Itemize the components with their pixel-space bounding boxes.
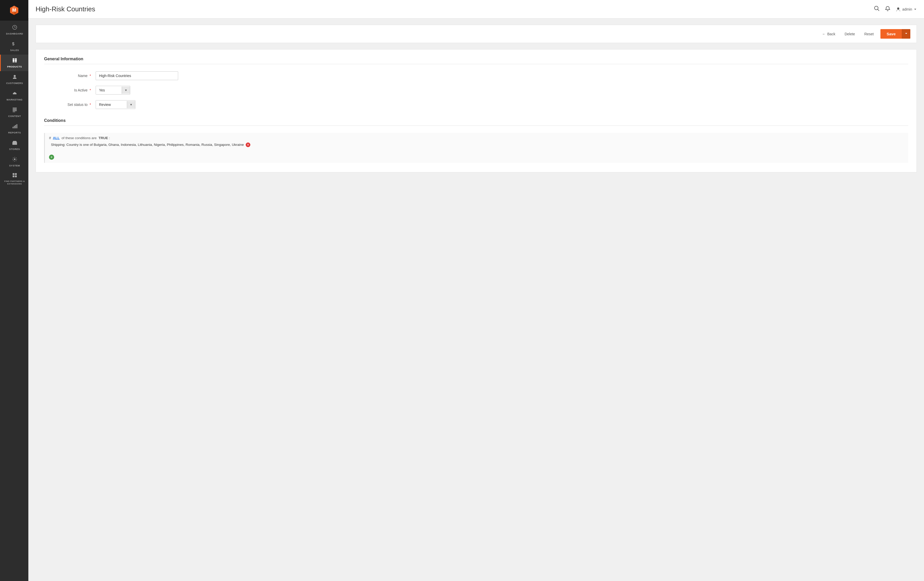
sidebar-item-system-label: SYSTEM — [9, 164, 20, 167]
sidebar-item-dashboard-label: DASHBOARD — [6, 32, 23, 35]
svg-rect-30 — [15, 176, 17, 177]
marketing-icon — [12, 91, 17, 97]
svg-point-33 — [897, 7, 899, 10]
content-icon — [12, 107, 17, 114]
save-dropdown-button[interactable] — [902, 29, 910, 39]
svg-rect-9 — [15, 59, 17, 61]
conditions-title: Conditions — [44, 118, 908, 123]
svg-rect-10 — [13, 61, 15, 63]
condition-rule: Shipping: Country is one of Bulgaria, Gh… — [49, 142, 904, 148]
main-content: High-Risk Countries admin — [28, 0, 924, 581]
admin-username: admin — [903, 7, 912, 12]
page-title: High-Risk Countries — [36, 5, 95, 13]
sidebar-item-sales[interactable]: $ SALES — [0, 38, 28, 54]
sidebar-item-reports[interactable]: REPORTS — [0, 120, 28, 137]
top-header: High-Risk Countries admin — [28, 0, 924, 18]
delete-button[interactable]: Delete — [842, 30, 858, 38]
svg-rect-19 — [13, 112, 15, 112]
true-label: TRUE — [99, 136, 108, 140]
save-button-group: Save — [880, 29, 910, 39]
add-condition-row: + — [49, 151, 904, 160]
name-label: Name * — [44, 74, 96, 78]
sidebar: M DASHBOARD $ SALES PRODUCTS CUSTOMERS M… — [0, 0, 28, 581]
set-status-select[interactable]: Review Approved Rejected — [96, 100, 127, 109]
add-condition-button[interactable]: + — [49, 155, 54, 160]
chevron-down-icon — [914, 8, 917, 11]
sidebar-item-dashboard[interactable]: DASHBOARD — [0, 21, 28, 38]
sidebar-item-marketing[interactable]: MARKETING — [0, 87, 28, 104]
name-required-star: * — [90, 74, 91, 78]
products-icon — [12, 58, 17, 64]
svg-rect-13 — [15, 58, 17, 59]
reset-button[interactable]: Reset — [861, 30, 876, 38]
svg-text:$: $ — [12, 42, 15, 46]
is-active-required-star: * — [90, 88, 91, 92]
sidebar-item-sales-label: SALES — [10, 49, 19, 51]
svg-rect-25 — [14, 143, 15, 145]
svg-rect-23 — [16, 124, 17, 128]
svg-line-32 — [878, 10, 879, 11]
set-status-label: Set status to * — [44, 102, 96, 107]
search-icon[interactable] — [874, 6, 879, 13]
bell-icon[interactable] — [885, 6, 891, 13]
svg-rect-20 — [13, 127, 13, 128]
conditions-divider — [44, 125, 908, 126]
sidebar-item-reports-label: REPORTS — [8, 131, 21, 134]
magento-logo-icon: M — [8, 5, 20, 16]
svg-rect-16 — [13, 108, 17, 109]
is-active-field-row: Is Active * Yes No ▼ — [44, 86, 908, 95]
reports-icon — [12, 123, 17, 130]
conditions-box: If ALL of these conditions are TRUE : Sh… — [44, 133, 908, 163]
toolbar: ← Back Delete Reset Save — [36, 25, 917, 43]
set-status-field-row: Set status to * Review Approved Rejected… — [44, 100, 908, 109]
is-active-select[interactable]: Yes No — [96, 86, 122, 94]
back-arrow-icon: ← — [822, 32, 826, 36]
svg-rect-18 — [13, 110, 17, 111]
svg-point-31 — [874, 6, 878, 10]
is-active-select-wrapper: Yes No ▼ — [96, 86, 130, 95]
svg-point-26 — [14, 158, 15, 160]
svg-rect-22 — [15, 125, 16, 128]
sales-icon: $ — [12, 41, 17, 48]
sidebar-item-content-label: CONTENT — [8, 115, 21, 117]
save-button[interactable]: Save — [880, 29, 902, 39]
svg-rect-15 — [14, 93, 15, 94]
save-dropdown-arrow-icon — [905, 32, 908, 35]
svg-rect-21 — [14, 126, 15, 128]
customers-icon — [12, 74, 17, 81]
user-icon — [896, 7, 901, 12]
sidebar-logo: M — [0, 0, 28, 21]
set-status-required-star: * — [90, 102, 91, 107]
dashboard-icon — [12, 25, 17, 31]
sidebar-item-partners[interactable]: FIND PARTNERS & EXTENSIONS — [0, 170, 28, 188]
sidebar-item-customers[interactable]: CUSTOMERS — [0, 71, 28, 87]
name-input[interactable] — [96, 71, 178, 80]
sidebar-item-system[interactable]: SYSTEM — [0, 153, 28, 170]
content-area: ← Back Delete Reset Save — [28, 18, 924, 581]
sidebar-item-stores[interactable]: STORES — [0, 137, 28, 153]
sidebar-item-products[interactable]: PRODUCTS — [0, 54, 28, 71]
svg-rect-27 — [13, 173, 15, 175]
sidebar-item-marketing-label: MARKETING — [7, 98, 22, 101]
set-status-select-wrapper: Review Approved Rejected ▼ — [96, 100, 135, 109]
svg-rect-12 — [13, 58, 15, 59]
sidebar-item-content[interactable]: CONTENT — [0, 104, 28, 120]
system-icon — [12, 156, 17, 163]
back-button[interactable]: ← Back — [820, 30, 838, 38]
sidebar-item-products-label: PRODUCTS — [7, 65, 22, 68]
condition-delete-button[interactable]: ✕ — [246, 143, 250, 147]
svg-rect-8 — [13, 59, 15, 61]
partners-icon — [12, 173, 17, 179]
all-label[interactable]: ALL — [53, 136, 59, 140]
condition-if-line: If ALL of these conditions are TRUE : — [49, 136, 904, 140]
svg-rect-29 — [13, 176, 15, 177]
is-active-dropdown-arrow-icon: ▼ — [122, 87, 130, 94]
set-status-dropdown-arrow-icon: ▼ — [127, 101, 135, 108]
general-information-title: General Information — [44, 57, 908, 61]
svg-rect-11 — [15, 61, 17, 63]
svg-text:M: M — [12, 8, 16, 13]
admin-user-menu[interactable]: admin — [896, 7, 917, 12]
sidebar-item-partners-label: FIND PARTNERS & EXTENSIONS — [2, 180, 27, 185]
sidebar-item-customers-label: CUSTOMERS — [6, 82, 23, 84]
conditions-section: Conditions If ALL of these conditions ar… — [44, 118, 908, 163]
